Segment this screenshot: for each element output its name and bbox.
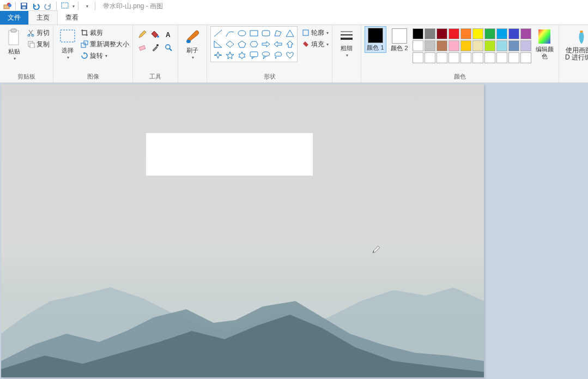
svg-text:A: A xyxy=(166,31,171,39)
group-clipboard: 粘贴 ▾ 剪切 复制 剪贴板 xyxy=(0,25,53,82)
palette-color[interactable] xyxy=(520,40,531,51)
svg-rect-26 xyxy=(262,31,270,36)
canvas[interactable] xyxy=(1,84,484,377)
shape-curve[interactable] xyxy=(224,28,236,39)
palette-color[interactable] xyxy=(472,28,483,39)
shape-star5[interactable] xyxy=(224,50,236,61)
shape-arrow-up[interactable] xyxy=(284,39,296,50)
group-label: 工具 xyxy=(149,71,161,82)
text-tool[interactable]: A xyxy=(162,28,174,40)
chevron-down-icon[interactable]: ▾ xyxy=(72,4,75,9)
shape-pentagon[interactable] xyxy=(236,39,248,50)
palette-color[interactable] xyxy=(484,28,495,39)
palette-color[interactable] xyxy=(413,28,423,39)
shape-hexagon[interactable] xyxy=(248,39,260,50)
tab-file[interactable]: 文件 xyxy=(0,11,28,25)
palette-color[interactable] xyxy=(508,40,519,51)
shape-star6[interactable] xyxy=(236,50,248,61)
separator xyxy=(15,2,16,10)
tab-view[interactable]: 查看 xyxy=(58,11,86,25)
palette-color[interactable] xyxy=(484,52,495,63)
palette-color[interactable] xyxy=(472,40,483,51)
svg-line-21 xyxy=(169,49,172,51)
palette-color[interactable] xyxy=(460,28,471,39)
palette-color[interactable] xyxy=(496,28,507,39)
redo-icon[interactable] xyxy=(43,1,53,11)
palette-color[interactable] xyxy=(425,40,435,51)
palette-color[interactable] xyxy=(520,52,531,63)
shape-triangle[interactable] xyxy=(284,28,296,39)
palette-color[interactable] xyxy=(437,28,447,39)
outline-button[interactable]: 轮廓 ▾ xyxy=(302,27,329,38)
palette-color[interactable] xyxy=(520,28,531,39)
canvas-area[interactable] xyxy=(0,83,588,379)
palette-color[interactable] xyxy=(508,52,519,63)
palette-color[interactable] xyxy=(448,40,459,51)
shape-roundrect[interactable] xyxy=(260,28,272,39)
brush-button[interactable]: 刷子 ▾ xyxy=(181,26,203,60)
color2-button[interactable]: 颜色 2 xyxy=(389,26,410,52)
crop-button[interactable]: 裁剪 xyxy=(81,27,129,38)
color-picker-tool[interactable] xyxy=(149,41,161,53)
palette-color[interactable] xyxy=(448,52,459,63)
palette-color[interactable] xyxy=(413,52,423,63)
palette-color[interactable] xyxy=(425,52,435,63)
shape-arrow-right[interactable] xyxy=(260,39,272,50)
palette-color[interactable] xyxy=(496,52,507,63)
svg-rect-4 xyxy=(22,3,26,5)
palette-color[interactable] xyxy=(425,28,435,39)
shape-right-triangle[interactable] xyxy=(212,39,224,50)
palette-color[interactable] xyxy=(484,40,495,51)
svg-rect-34 xyxy=(538,29,550,44)
tab-home[interactable]: 主页 xyxy=(28,10,58,25)
palette-color[interactable] xyxy=(437,52,447,63)
shape-polygon[interactable] xyxy=(272,28,284,39)
palette-color[interactable] xyxy=(413,40,423,51)
select-button[interactable]: 选择 ▾ xyxy=(57,26,78,60)
shape-arrow-left[interactable] xyxy=(272,39,284,50)
shape-callout-rect[interactable] xyxy=(248,50,260,61)
fill-tool[interactable] xyxy=(149,28,161,40)
svg-rect-13 xyxy=(60,30,75,42)
shape-star4[interactable] xyxy=(212,50,224,61)
qat-select-icon[interactable] xyxy=(60,1,70,11)
group-brushes: 刷子 ▾ xyxy=(178,25,207,82)
group-label: 剪贴板 xyxy=(17,71,35,82)
qat-customize-icon[interactable]: ▾ xyxy=(82,1,92,11)
shape-heart[interactable] xyxy=(284,50,296,61)
svg-point-19 xyxy=(156,44,159,46)
color1-button[interactable]: 颜色 1 xyxy=(365,26,386,53)
magnifier-tool[interactable] xyxy=(162,41,174,53)
svg-rect-5 xyxy=(22,7,26,9)
palette-color[interactable] xyxy=(437,40,447,51)
rotate-button[interactable]: 旋转 ▾ xyxy=(81,50,129,61)
shape-rect[interactable] xyxy=(248,28,260,39)
shapes-gallery[interactable] xyxy=(210,26,298,62)
palette-color[interactable] xyxy=(472,52,483,63)
svg-rect-30 xyxy=(303,30,308,35)
shape-oval[interactable] xyxy=(236,28,248,39)
copy-button[interactable]: 复制 xyxy=(27,39,50,50)
cut-button[interactable]: 剪切 xyxy=(27,27,50,38)
stroke-width-button[interactable]: 粗细 ▾ xyxy=(336,26,357,58)
shape-callout-cloud[interactable] xyxy=(272,50,284,61)
window-title: 带水印-山.png - 画图 xyxy=(103,2,163,11)
palette-color[interactable] xyxy=(460,52,471,63)
resize-button[interactable]: 重新调整大小 xyxy=(81,39,129,50)
shape-line[interactable] xyxy=(212,28,224,39)
edit-colors-button[interactable]: 编辑颜色 xyxy=(534,26,555,60)
palette-color[interactable] xyxy=(460,40,471,51)
undo-icon[interactable] xyxy=(31,1,41,11)
eraser-tool[interactable] xyxy=(136,41,148,53)
fill-button[interactable]: 填充 ▾ xyxy=(302,39,329,50)
pencil-tool[interactable] xyxy=(136,28,148,40)
palette-color[interactable] xyxy=(508,28,519,39)
shape-callout-oval[interactable] xyxy=(260,50,272,61)
shape-diamond[interactable] xyxy=(224,39,236,50)
palette-color[interactable] xyxy=(448,28,459,39)
paste-button[interactable]: 粘贴 ▾ xyxy=(3,26,25,61)
paint3d-button[interactable]: 使用画图 3D 进行编辑 xyxy=(562,26,588,61)
group-label: 形状 xyxy=(264,71,276,82)
palette-color[interactable] xyxy=(496,40,507,51)
save-icon[interactable] xyxy=(19,1,29,11)
